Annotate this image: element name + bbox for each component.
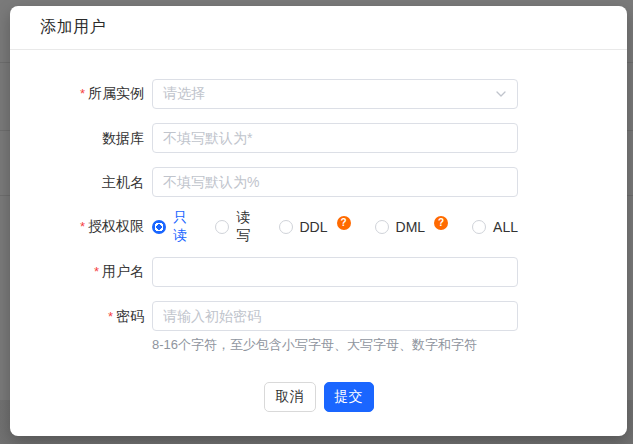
database-label: 数据库 <box>10 123 152 153</box>
radio-unchecked-icon <box>215 220 229 234</box>
password-input[interactable] <box>163 302 507 330</box>
cancel-button[interactable]: 取消 <box>264 382 316 412</box>
username-input[interactable] <box>163 258 507 286</box>
form-row-hostname: 主机名 <box>10 167 627 197</box>
hostname-input[interactable] <box>163 168 507 196</box>
dialog-header: 添加用户 <box>10 6 627 50</box>
radio-option-ddl[interactable]: DDL ? <box>279 219 351 235</box>
username-label: *用户名 <box>10 256 152 287</box>
required-asterisk: * <box>108 309 113 324</box>
radio-unchecked-icon <box>375 220 389 234</box>
permission-label: *授权权限 <box>10 211 152 242</box>
radio-unchecked-icon <box>279 220 293 234</box>
form-row-password: *密码 8-16个字符，至少包含小写字母、大写字母、数字和字符 <box>10 301 627 354</box>
form-row-username: *用户名 <box>10 256 627 287</box>
required-asterisk: * <box>80 219 85 234</box>
radio-unchecked-icon <box>472 220 486 234</box>
permission-radio-group: 只读 读写 DDL ? DML ? ALL <box>152 212 518 242</box>
form-row-permission: *授权权限 只读 读写 DDL ? DML ? <box>10 211 627 242</box>
help-icon[interactable]: ? <box>337 216 351 230</box>
instance-label: *所属实例 <box>10 78 152 109</box>
page-overlay: { "colors": { "accent_blue": "#1a66ff", … <box>0 0 633 444</box>
dialog-footer: 取消 提交 <box>10 382 627 436</box>
instance-select-placeholder: 请选择 <box>163 85 205 103</box>
radio-option-readonly[interactable]: 只读 <box>152 209 191 245</box>
submit-button[interactable]: 提交 <box>324 382 374 412</box>
help-icon[interactable]: ? <box>434 216 448 230</box>
instance-select[interactable]: 请选择 <box>152 79 518 109</box>
hostname-label: 主机名 <box>10 167 152 197</box>
add-user-dialog: 添加用户 *所属实例 请选择 数据库 主机名 <box>10 6 627 436</box>
radio-option-dml[interactable]: DML ? <box>375 219 449 235</box>
chevron-down-icon <box>495 88 507 100</box>
form-row-database: 数据库 <box>10 123 627 153</box>
required-asterisk: * <box>94 264 99 279</box>
dialog-title: 添加用户 <box>40 17 106 38</box>
required-asterisk: * <box>80 86 85 101</box>
form-row-instance: *所属实例 请选择 <box>10 78 627 109</box>
radio-option-readwrite[interactable]: 读写 <box>215 209 254 245</box>
password-label: *密码 <box>10 301 152 332</box>
radio-option-all[interactable]: ALL <box>472 219 518 235</box>
dialog-body: *所属实例 请选择 数据库 主机名 <box>10 50 627 368</box>
radio-checked-icon <box>152 220 166 234</box>
database-input[interactable] <box>163 124 507 152</box>
password-rules-hint: 8-16个字符，至少包含小写字母、大写字母、数字和字符 <box>152 336 518 354</box>
